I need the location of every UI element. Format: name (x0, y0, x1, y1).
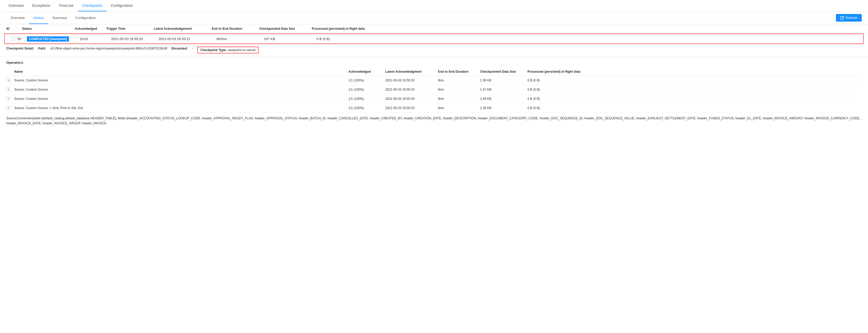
col-header-data-size: Checkpointed Data Size (259, 27, 312, 31)
operator-duration: 9ms (438, 97, 480, 101)
data-size-value: 107 KB (264, 37, 316, 41)
op-col-duration: End to End Duration (438, 70, 480, 73)
expand-operator-button[interactable]: + (6, 88, 10, 92)
discarded-label: Discarded: (172, 47, 188, 50)
operator-row: + Source: Custom Source 1/1 (100%) 2021-… (6, 85, 862, 94)
operator-data-size: 1.37 KB (480, 88, 527, 91)
operator-latest-ack: 2021-05-03 16:55:20 (385, 97, 438, 101)
sub-nav-tab-configuration[interactable]: Configuration (71, 12, 100, 24)
sub-nav-tab-summary[interactable]: Summary (48, 12, 71, 24)
operator-data-size: 1.49 KB (480, 97, 527, 101)
operator-data-size: 1.36 KB (480, 106, 527, 110)
operator-acknowledged: 1/1 (100%) (348, 88, 385, 91)
id-cell: - 50 (11, 37, 27, 41)
operator-row: + Source: Custom Source 1/1 (100%) 2021-… (6, 76, 862, 85)
op-col-inflight: Processed (persisted) in-flight data (527, 70, 862, 73)
op-col-name: Name (14, 70, 348, 73)
operator-latest-ack: 2021-05-03 16:55:20 (385, 79, 438, 82)
operator-row: + Source: Custom Source 1/1 (100%) 2021-… (6, 94, 862, 103)
expand-operator-button[interactable]: + (6, 97, 10, 101)
sub-navigation: Overview History Summary Configuration R… (0, 11, 868, 24)
checkpoint-type-box: Checkpoint Type: savepoint on cancel (197, 47, 258, 54)
checkpoint-id: 50 (18, 37, 21, 41)
operator-latest-ack: 2021-05-03 16:55:20 (385, 106, 438, 110)
checkpoint-detail-bar: Checkpoint Detail: Path: s3://flink-obje… (0, 44, 868, 56)
operator-name: Source: Custom Source (14, 88, 348, 91)
op-col-acknowledged: Acknowledged (348, 70, 385, 73)
path-label: Path: (38, 47, 46, 50)
col-header-acknowledged: Acknowledged (75, 27, 106, 31)
operator-acknowledged: 1/1 (100%) (348, 106, 385, 110)
op-col-data-size: Checkpointed Data Size (480, 70, 527, 73)
expand-operator-button[interactable]: + (6, 106, 10, 110)
operator-duration: 8ms (438, 106, 480, 110)
trigger-time-value: 2021-05-03 16:55:20 (111, 37, 158, 41)
latest-ack-value: 2021-05-03 16:55:21 (158, 37, 216, 41)
operator-acknowledged: 1/1 (100%) (348, 97, 385, 101)
col-header-end-duration: End to End Duration (212, 27, 259, 31)
sub-nav-tabs: Overview History Summary Configuration (6, 12, 836, 24)
operator-inflight: 0 B (0 B) (527, 97, 862, 101)
sub-nav-tab-overview[interactable]: Overview (6, 12, 29, 24)
operators-table-header: Name Acknowledged Latest Acknowledgment … (6, 68, 862, 76)
path-value: s3://flink-object-store-poc-home-region/… (50, 47, 167, 50)
table-header-row: ID Status Acknowledged Trigger Time Late… (0, 24, 868, 33)
operator-name: Source: Custom Source (14, 97, 348, 101)
col-header-trigger-time: Trigger Time (106, 27, 154, 31)
operator-row: + Source: Custom Source -> Sink: Print t… (6, 103, 862, 113)
checkpoint-detail-label: Checkpoint Detail: (6, 47, 34, 50)
col-header-status: Status (22, 27, 75, 31)
top-nav-tab-checkpoints[interactable]: Checkpoints (78, 0, 107, 11)
col-header-id: ID (6, 27, 22, 31)
discarded-value: - (192, 47, 193, 50)
op-col-latest-ack: Latest Acknowledgment (385, 70, 438, 73)
checkpoint-row-50: - 50 COMPLETED [Savepoint] 10/10 2021-05… (4, 33, 864, 44)
operator-latest-ack: 2021-05-03 16:55:20 (385, 88, 438, 91)
checkpoint-type-value: savepoint on cancel (227, 48, 255, 52)
operator-name: Source: Custom Source (14, 79, 348, 82)
top-nav-tab-timeline[interactable]: TimeLine (55, 0, 78, 11)
source-conversion-text: SourceConversion(table=[default_catalog.… (0, 113, 868, 129)
col-header-latest-ack: Latest Acknowledgement (154, 27, 212, 31)
acknowledged-value: 10/10 (80, 37, 111, 41)
col-header-inflight: Processed (persisted) in-flight data (312, 27, 862, 31)
status-badge: COMPLETED [Savepoint] (27, 36, 69, 41)
expand-operator-button[interactable]: + (6, 78, 10, 83)
status-cell: COMPLETED [Savepoint] (27, 37, 80, 41)
operator-data-size: 1.36 KB (480, 79, 527, 82)
operators-section: Operators: Name Acknowledged Latest Ackn… (0, 56, 868, 113)
operator-duration: 8ms (438, 79, 480, 82)
duration-value: 863ms (216, 37, 264, 41)
top-navigation: Overview Exceptions TimeLine Checkpoints… (0, 0, 868, 11)
checkpoint-type-label: Checkpoint Type: (200, 48, 227, 52)
operators-title: Operators: (6, 61, 862, 65)
top-nav-tab-exceptions[interactable]: Exceptions (28, 0, 54, 11)
operator-inflight: 0 B (0 B) (527, 79, 862, 82)
operator-inflight: 0 B (0 B) (527, 106, 862, 110)
top-nav-tab-overview[interactable]: Overview (4, 0, 28, 11)
operator-duration: 9ms (438, 88, 480, 91)
top-nav-tab-configuration[interactable]: Configuration (107, 0, 137, 11)
sub-nav-tab-history[interactable]: History (29, 12, 48, 24)
refresh-button[interactable]: Refresh (836, 14, 862, 22)
main-content: ID Status Acknowledged Trigger Time Late… (0, 24, 868, 129)
collapse-button[interactable]: - (11, 37, 15, 41)
operator-name: Source: Custom Source -> Sink: Print to … (14, 106, 348, 110)
inflight-value: 0 B (0 B) (316, 37, 857, 41)
op-col-expand (6, 70, 14, 73)
operator-acknowledged: 1/1 (100%) (348, 79, 385, 82)
refresh-label: Refresh (845, 16, 858, 20)
operator-inflight: 0 B (0 B) (527, 88, 862, 91)
refresh-icon (840, 16, 844, 20)
